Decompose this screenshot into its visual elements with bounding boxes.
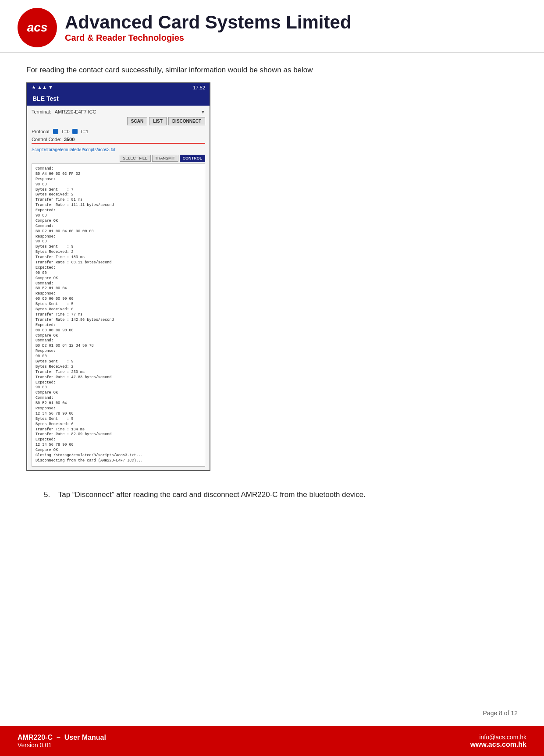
t0-label: T=0 — [61, 129, 69, 134]
t1-checkbox[interactable] — [72, 129, 78, 134]
t1-label: T=1 — [80, 129, 89, 134]
protocol-label: Protocol: — [32, 129, 50, 134]
disconnect-button[interactable]: DISCONNECT — [168, 117, 205, 125]
select-file-button[interactable]: SELECT FILE — [120, 155, 150, 162]
status-left: ★ ▲▲ ▼ — [32, 85, 53, 90]
terminal-label: Terminal: — [32, 109, 51, 114]
step-number: 5. — [44, 490, 50, 499]
phone-title-bar: BLE Test — [27, 92, 210, 106]
footer: AMR220-C – User Manual Version 0.01 info… — [0, 726, 544, 756]
company-name-block: Advanced Card Systems Limited Card & Rea… — [65, 12, 352, 43]
intro-text: For reading the contact card successfull… — [26, 66, 518, 75]
protocol-row: Protocol: T=0 T=1 — [32, 129, 205, 134]
company-name: Advanced Card Systems Limited — [65, 12, 352, 32]
phone-body: Terminal: AMR220-E4F7 ICC ▼ SCAN LIST DI… — [27, 106, 210, 470]
acs-logo: acs — [18, 8, 57, 47]
log-area: Command: B0 A4 00 00 02 FF 02 Response: … — [32, 163, 205, 467]
footer-product-title: AMR220-C – User Manual — [18, 734, 106, 742]
status-icon: ★ ▲▲ ▼ — [32, 85, 53, 90]
list-button[interactable]: LIST — [149, 117, 167, 125]
script-path: Script:/storage/emulated/0/scripts/acos3… — [32, 147, 115, 152]
transmit-button[interactable]: TRANSMIT — [152, 155, 178, 162]
terminal-value: AMR220-E4F7 ICC — [55, 109, 96, 114]
step-text: Tap “Disconnect” after reading the card … — [58, 490, 366, 499]
footer-email: info@acs.com.hk — [479, 734, 526, 741]
status-time: 17:52 — [193, 85, 205, 90]
phone-status-bar: ★ ▲▲ ▼ 17:52 — [27, 83, 210, 92]
script-buttons: SELECT FILE TRANSMIT CONTROL — [32, 155, 205, 162]
company-tagline: Card & Reader Technologies — [65, 33, 352, 43]
footer-version: Version 0.01 — [18, 742, 106, 749]
step-5: 5. Tap “Disconnect” after reading the ca… — [26, 489, 518, 501]
control-code-label: Control Code: — [32, 137, 61, 142]
page-number: Page 8 of 12 — [483, 710, 518, 717]
script-row: Script:/storage/emulated/0/scripts/acos3… — [32, 147, 205, 152]
control-code-row: Control Code: 3500 — [32, 137, 205, 144]
footer-right: info@acs.com.hk www.acs.com.hk — [470, 734, 526, 749]
phone-mockup: ★ ▲▲ ▼ 17:52 BLE Test Terminal: AMR220-E… — [26, 82, 210, 471]
connection-buttons: SCAN LIST DISCONNECT — [32, 117, 205, 125]
scan-button[interactable]: SCAN — [127, 117, 147, 125]
logo-container: acs Advanced Card Systems Limited Card &… — [18, 8, 352, 47]
control-code-value: 3500 — [64, 137, 75, 142]
terminal-row: Terminal: AMR220-E4F7 ICC ▼ — [32, 109, 205, 114]
t0-checkbox[interactable] — [53, 129, 58, 134]
terminal-dropdown-arrow[interactable]: ▼ — [201, 110, 205, 114]
footer-left: AMR220-C – User Manual Version 0.01 — [18, 734, 106, 749]
header: acs Advanced Card Systems Limited Card &… — [0, 0, 544, 53]
control-button[interactable]: CONTROL — [180, 155, 206, 162]
footer-website: www.acs.com.hk — [470, 741, 526, 749]
main-content: For reading the contact card successfull… — [0, 53, 544, 519]
phone-app-title: BLE Test — [32, 95, 59, 102]
